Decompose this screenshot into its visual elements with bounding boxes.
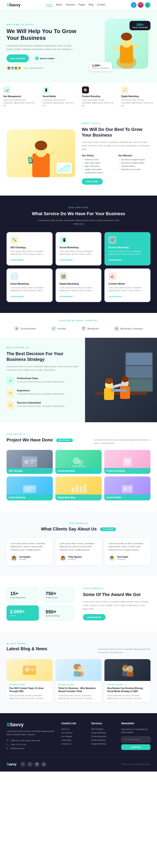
our-story-button[interactable]: OUR STORY (82, 178, 103, 185)
footer-copyright: © 2020 Savvy. All Rights Reserved. (121, 763, 151, 766)
footer-instagram-icon[interactable]: 📸 (34, 762, 40, 767)
testimonial-text-1: Lorem ipsum dolor sit amet, consectetur … (10, 542, 49, 551)
service-title-digital: Digital Marketing (59, 282, 98, 285)
blog-img-1-svg (21, 662, 38, 678)
vision-item-4: ✓Sagittis nulla pretint (82, 168, 114, 170)
nav-link-about[interactable]: About (56, 3, 62, 7)
mission-item-4: ✓phasellus at commodo (119, 168, 151, 170)
footer-twitter-icon[interactable]: 𝕏 (27, 762, 33, 767)
services-tag: OUR SERVICES (6, 207, 151, 209)
projects-header: OUR PROJECT Project We Have Done SEE PRO… (6, 433, 151, 445)
footer-services-col: Services SEO Strategy Social Marketing P… (91, 722, 116, 751)
footer-link-about[interactable]: About Us (61, 728, 86, 730)
footer-service-seo[interactable]: SEO Strategy (91, 728, 116, 730)
footer-linkedin-icon[interactable]: in (41, 762, 47, 767)
feature-icon-seo: 📊 (3, 87, 10, 93)
testimonials-btn[interactable]: ALL REVIEW (100, 527, 116, 531)
service-title-seo: SEO Strategy (10, 246, 49, 249)
svg-rect-15 (126, 366, 152, 378)
why-desc-3: Lorem ipsum dolor sit amet, consectetur … (17, 405, 65, 408)
testimonials-grid: Lorem ipsum dolor sit amet, consectetur … (6, 538, 151, 565)
feature-title-social: Social Media (43, 95, 75, 98)
service-learn-email[interactable]: LEARN MORE → (10, 296, 26, 298)
service-learn-digital[interactable]: LEARN MORE → (59, 296, 75, 298)
feature-branding: 🎨 Product Branding Lorem ipsum dolor sit… (79, 82, 118, 111)
service-learn-content[interactable]: LEARN MORE → (108, 296, 124, 298)
author-role-3: Developer (117, 558, 128, 560)
footer-link-projects[interactable]: Our Projects (61, 735, 86, 738)
instagram-icon[interactable]: 📸 (138, 2, 143, 8)
blog-img-3 (104, 659, 151, 681)
hero-badge-num: 165+ (132, 23, 148, 26)
footer-service-branding[interactable]: Product Branding (91, 735, 116, 738)
nav-link-services[interactable]: Services (66, 3, 75, 7)
hero-person-svg (111, 25, 142, 69)
nav-link-pages[interactable]: Pages (78, 3, 85, 7)
blog-card-3[interactable]: December 10, 2020 How Brands Can Develop… (104, 659, 151, 703)
partner-invinity: 💎 Invinity (51, 326, 66, 331)
hero-clients: 👩 👨 👩 👨 2.5K+ Satisfied Clients (6, 66, 76, 70)
mission-block: Our Mission ✓Sed dictum fringilla Feugia… (119, 154, 151, 175)
service-title-social: Social Marketing (59, 246, 98, 249)
awards-title: Some Of The Award We Got (83, 592, 151, 597)
footer-link-services[interactable]: Our Services (61, 732, 86, 734)
service-desc-email: Lorem ipsum dolor sit amet, consectetur … (10, 286, 49, 292)
hero-badge-label: Clients Worldwide (132, 26, 148, 29)
stat-card-projects: 750+ Projects Done (42, 587, 74, 602)
service-icon-seo: 🔍 (10, 236, 18, 244)
why-title-1: Professional Team (17, 377, 65, 379)
footer-link-blog[interactable]: Latest Blog (61, 739, 86, 741)
testimonial-card-1: Lorem ipsum dolor sit amet, consectetur … (6, 538, 53, 565)
user-icon[interactable]: 👤 (145, 2, 151, 8)
why-tag: WHY CHOOSE US (6, 346, 78, 349)
footer-contact-1: 📍 Office No. 9, 8th Street, New York (6, 740, 56, 742)
blog-header-left: BLOG & NEWS Latest Blog & News (6, 642, 47, 651)
service-title-email: Email Marketing (10, 282, 49, 285)
awards-learn-more-button[interactable]: LEARN MORE (83, 614, 106, 620)
nav-link-home[interactable]: Home (46, 3, 52, 7)
footer-service-digital[interactable]: Digital Marketing (91, 743, 116, 745)
feature-icon-branding: 🎨 (82, 87, 89, 93)
svg-rect-55 (78, 672, 84, 676)
why-num-1: 01 (6, 377, 15, 385)
about-desc: Lorem ipsum dolor sit amet, consectetur … (82, 141, 151, 151)
awards-section: 15+ Years Experience 750+ Projects Done … (0, 576, 157, 631)
partner-meetpoint: 📍 Meetpoint (81, 326, 99, 331)
footer-facebook-icon[interactable]: f (20, 762, 26, 767)
blog-date-2: December 12, 2020 (58, 684, 99, 685)
blog-excerpt-3: Lorem ipsum dolor sit amet, consectetur … (107, 694, 148, 700)
twitter-icon[interactable]: 𝕏 (131, 2, 136, 8)
service-learn-seo[interactable]: LEARN MORE → (10, 259, 26, 261)
quote-icon-2: " (96, 555, 98, 561)
nav-logo: SSavvy (6, 3, 21, 7)
nav-link-blog[interactable]: Blog (89, 3, 94, 7)
author-avatar-2: 👩 (59, 554, 67, 561)
footer-link-contact[interactable]: Contact Us (61, 743, 86, 745)
blog-card-1[interactable]: December 15, 2020 Five SEO Content Types… (6, 659, 53, 703)
service-learn-social[interactable]: LEARN MORE → (59, 259, 75, 261)
svg-point-47 (25, 667, 29, 672)
watch-video-button[interactable]: ▶ WATCH VIDEO (31, 55, 58, 62)
svg-rect-41 (84, 484, 86, 493)
footer-service-email[interactable]: Email Marketing (91, 739, 116, 741)
email-icon: ✉ (6, 747, 8, 749)
newsletter-email-input[interactable] (121, 737, 151, 743)
service-learn-branding[interactable]: LEARN MORE → (108, 259, 124, 261)
service-title-content: Content Writer (108, 282, 147, 285)
location-icon: 📍 (6, 740, 9, 742)
service-desc-seo: Lorem ipsum dolor sit amet, consectetur … (10, 250, 49, 256)
blog-card-2[interactable]: December 12, 2020 Think For Business : W… (56, 659, 102, 703)
partner-technomaker: ⚙ Technomaker (14, 326, 36, 331)
testimonials-title: What Clients Say About Us ALL REVIEW (6, 527, 151, 532)
awards-stats-container: 15+ Years Experience 750+ Projects Done … (6, 587, 74, 621)
services-grid: 🔍 SEO Strategy Lorem ipsum dolor sit ame… (6, 232, 151, 302)
about-section: ABOUT SAVVY We Will Do Our Best To Grow … (0, 111, 157, 195)
vision-item-1: ✓Praesent in erat (82, 158, 114, 161)
get-started-button[interactable]: GET STARTED (6, 55, 29, 62)
why-text-1: Professional Team Lorem ipsum dolor sit … (17, 377, 65, 385)
footer-service-social[interactable]: Social Marketing (91, 732, 116, 734)
why-item-1: 01 Professional Team Lorem ipsum dolor s… (6, 377, 78, 385)
nav-link-contact[interactable]: Contact (97, 3, 105, 7)
newsletter-subscribe-button[interactable]: Subscribe (121, 744, 151, 750)
footer-contact-2: 📞 +000 72 12 34 56 (6, 743, 56, 746)
